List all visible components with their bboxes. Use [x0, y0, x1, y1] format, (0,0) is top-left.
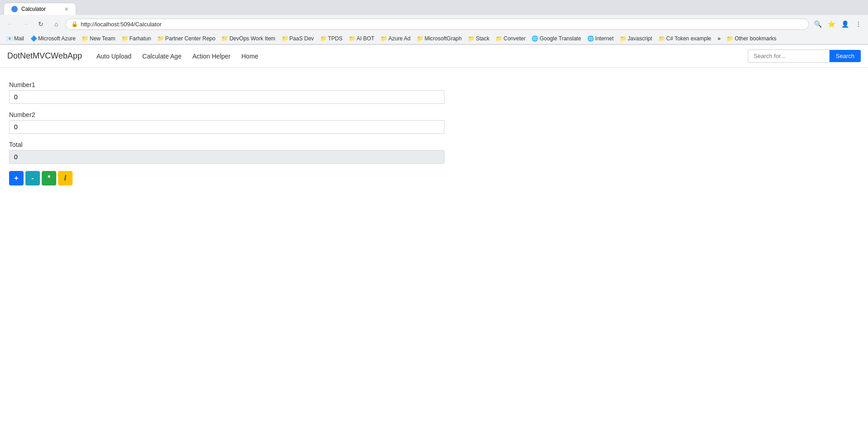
browser-toolbar: ← → ↻ ⌂ 🔒 🔍 ⭐ 👤 ⋮ — [0, 15, 868, 33]
bookmark-partner-label: Partner Center Repo — [165, 35, 215, 42]
bookmark-conveter-label: Conveter — [503, 35, 526, 42]
bookmark-javascript[interactable]: 📁 Javascript — [617, 34, 655, 43]
bookmark-other-icon: 📁 — [727, 35, 733, 42]
bookmark-aibot[interactable]: 📁 AI BOT — [346, 34, 377, 43]
bookmark-farhatun-label: Farhatun — [129, 35, 151, 42]
bookmark-microsoftgraph[interactable]: 📁 MicrosoftGraph — [414, 34, 464, 43]
subtract-button[interactable]: - — [25, 171, 40, 185]
favorites-icon[interactable]: ⭐ — [825, 18, 837, 30]
bookmark-mail-icon: 📧 — [6, 35, 13, 42]
number1-input[interactable] — [9, 90, 444, 104]
nav-calculate-age[interactable]: Calculate Age — [137, 46, 187, 66]
bookmark-stack-label: Stack — [476, 35, 489, 42]
browser-chrome: Calculator ✕ ← → ↻ ⌂ 🔒 🔍 ⭐ 👤 ⋮ 📧 Mail 🔷 … — [0, 0, 868, 45]
number1-group: Number1 — [9, 81, 426, 104]
total-label: Total — [9, 141, 426, 148]
bookmark-farhatun-icon: 📁 — [122, 35, 128, 42]
home-button[interactable]: ⌂ — [50, 18, 63, 30]
bookmark-new-team-label: New Team — [90, 35, 115, 42]
bookmark-azure-ad-icon: 📁 — [380, 35, 387, 42]
lock-icon: 🔒 — [71, 21, 78, 27]
bookmark-other[interactable]: 📁 Other bookmarks — [724, 34, 779, 43]
bookmark-new-team-icon: 📁 — [82, 35, 88, 42]
calc-buttons: + - * / — [9, 171, 426, 185]
bookmark-stack-icon: 📁 — [468, 35, 474, 42]
bookmark-azure-label: Microsoft Azure — [38, 35, 76, 42]
tab-close-button[interactable]: ✕ — [64, 6, 68, 12]
total-input — [9, 150, 444, 164]
number2-input[interactable] — [9, 120, 444, 134]
search-toolbar-icon[interactable]: 🔍 — [812, 18, 824, 30]
bookmark-azure-icon: 🔷 — [30, 35, 37, 42]
bookmark-js-label: Javascript — [628, 35, 652, 42]
bookmark-internet[interactable]: 🌐 Internet — [585, 34, 616, 43]
bookmark-internet-label: Internet — [595, 35, 614, 42]
address-bar[interactable]: 🔒 — [65, 19, 809, 30]
bookmark-csharp-token[interactable]: 📁 C# Token example — [656, 34, 714, 43]
active-tab[interactable]: Calculator ✕ — [4, 3, 76, 15]
bookmark-devops-label: DevOps Work Item — [229, 35, 275, 42]
bookmark-partner-icon: 📁 — [157, 35, 164, 42]
divide-button[interactable]: / — [58, 171, 73, 185]
bookmark-microsoft-azure[interactable]: 🔷 Microsoft Azure — [28, 34, 78, 43]
nav-search: Search — [748, 49, 861, 63]
bookmark-stack[interactable]: 📁 Stack — [465, 34, 492, 43]
bookmark-internet-icon: 🌐 — [587, 35, 594, 42]
bookmark-azure-ad-label: Azure Ad — [388, 35, 410, 42]
bookmark-paas-label: PaaS Dev — [289, 35, 314, 42]
search-input[interactable] — [748, 49, 829, 63]
profile-icon[interactable]: 👤 — [839, 18, 851, 30]
total-group: Total — [9, 141, 426, 164]
bookmark-msgraph-label: MicrosoftGraph — [424, 35, 462, 42]
more-bookmarks-button[interactable]: » — [715, 34, 723, 43]
forward-button[interactable]: → — [19, 18, 32, 30]
bookmark-new-team[interactable]: 📁 New Team — [79, 34, 118, 43]
number2-group: Number2 — [9, 111, 426, 134]
bookmark-tpds-label: TPDS — [328, 35, 342, 42]
nav-action-helper[interactable]: Action Helper — [187, 46, 236, 66]
bookmark-other-label: Other bookmarks — [735, 35, 776, 42]
refresh-button[interactable]: ↻ — [34, 18, 47, 30]
bookmark-msgraph-icon: 📁 — [417, 35, 423, 42]
number1-label: Number1 — [9, 81, 426, 88]
tab-title: Calculator — [21, 6, 46, 12]
nav-home[interactable]: Home — [236, 46, 263, 66]
multiply-button[interactable]: * — [42, 171, 56, 185]
main-content: Number1 Number2 Total + - * / — [0, 68, 435, 199]
bookmark-conveter-icon: 📁 — [496, 35, 502, 42]
bookmark-partner-center[interactable]: 📁 Partner Center Repo — [155, 34, 218, 43]
bookmark-devops-icon: 📁 — [222, 35, 228, 42]
number2-label: Number2 — [9, 111, 426, 118]
bookmark-azure-ad[interactable]: 📁 Azure Ad — [378, 34, 413, 43]
bookmark-csharp-icon: 📁 — [658, 35, 665, 42]
tab-bar: Calculator ✕ — [0, 0, 868, 15]
nav-auto-upload[interactable]: Auto Upload — [91, 46, 137, 66]
bookmark-gtranslate-label: Google Translate — [540, 35, 581, 42]
toolbar-icons: 🔍 ⭐ 👤 ⋮ — [812, 18, 864, 30]
bookmark-devops[interactable]: 📁 DevOps Work Item — [219, 34, 278, 43]
search-button[interactable]: Search — [829, 50, 861, 62]
menu-icon[interactable]: ⋮ — [853, 18, 864, 30]
bookmark-google-translate[interactable]: 🌐 Google Translate — [529, 34, 584, 43]
bookmark-tpds-icon: 📁 — [320, 35, 327, 42]
tab-favicon — [11, 6, 18, 12]
bookmark-tpds[interactable]: 📁 TPDS — [317, 34, 345, 43]
bookmark-paas-icon: 📁 — [282, 35, 288, 42]
add-button[interactable]: + — [9, 171, 24, 185]
app-nav: DotNetMVCWebApp Auto Upload Calculate Ag… — [0, 45, 868, 68]
bookmark-farhatun[interactable]: 📁 Farhatun — [119, 34, 154, 43]
bookmark-js-icon: 📁 — [620, 35, 626, 42]
bookmark-aibot-label: AI BOT — [356, 35, 374, 42]
bookmark-gtranslate-icon: 🌐 — [532, 35, 538, 42]
bookmark-mail[interactable]: 📧 Mail — [4, 34, 27, 43]
url-input[interactable] — [81, 21, 803, 28]
bookmark-conveter[interactable]: 📁 Conveter — [493, 34, 528, 43]
bookmark-csharp-label: C# Token example — [666, 35, 711, 42]
nav-links: Auto Upload Calculate Age Action Helper … — [91, 46, 264, 66]
app-brand[interactable]: DotNetMVCWebApp — [7, 45, 82, 67]
back-button[interactable]: ← — [4, 18, 16, 30]
bookmarks-bar: 📧 Mail 🔷 Microsoft Azure 📁 New Team 📁 Fa… — [0, 33, 868, 44]
bookmark-paas[interactable]: 📁 PaaS Dev — [279, 34, 317, 43]
bookmark-mail-label: Mail — [14, 35, 24, 42]
bookmark-aibot-icon: 📁 — [349, 35, 355, 42]
